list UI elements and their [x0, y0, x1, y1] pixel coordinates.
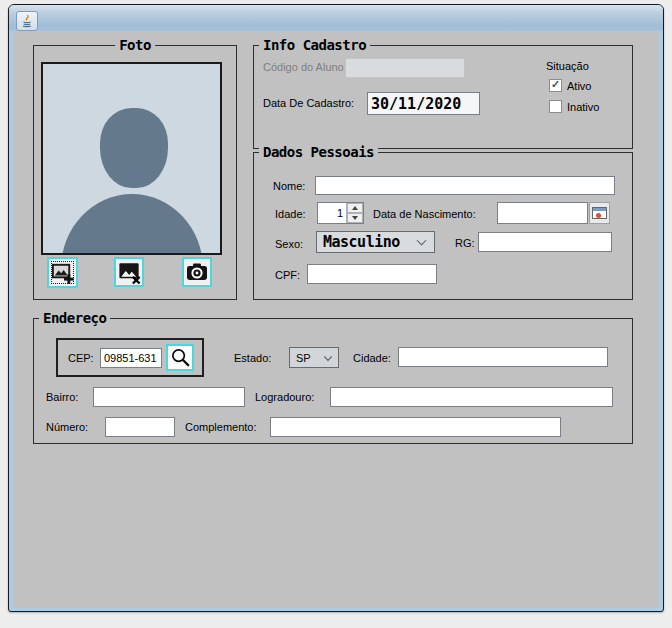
dados-pessoais-title: Dados Pessoais: [259, 144, 378, 160]
remove-photo-button[interactable]: [114, 257, 144, 287]
rg-field[interactable]: [478, 232, 612, 252]
search-icon: [169, 346, 192, 369]
add-photo-button[interactable]: [47, 257, 78, 288]
inativo-checkbox[interactable]: [549, 100, 562, 113]
cep-search-button[interactable]: [166, 344, 194, 371]
inativo-label[interactable]: Inativo: [567, 101, 599, 113]
sexo-selected-value: Masculino: [317, 233, 400, 251]
arrow-up-icon: [352, 206, 358, 210]
image-add-icon: [50, 260, 75, 285]
data-nascimento-label: Data de Nascimento:: [373, 208, 476, 220]
chevron-down-icon: [417, 236, 427, 246]
sexo-combobox[interactable]: Masculino: [316, 231, 435, 253]
cep-label: CEP:: [68, 352, 94, 364]
cep-panel: CEP:: [56, 338, 204, 377]
foto-group-title: Foto: [115, 37, 155, 53]
cidade-field[interactable]: [398, 347, 608, 367]
cpf-label: CPF:: [275, 269, 300, 281]
data-cadastro-label: Data De Cadastro:: [263, 97, 354, 109]
idade-label: Idade:: [275, 208, 306, 220]
image-remove-icon: [117, 260, 142, 285]
bairro-field[interactable]: [93, 387, 245, 407]
idade-value: 1: [318, 203, 346, 223]
camera-icon: [185, 260, 209, 284]
arrow-down-icon: [352, 216, 358, 220]
cpf-field[interactable]: [307, 264, 437, 284]
calendar-picker-button[interactable]: [589, 202, 610, 224]
photo-placeholder: [41, 62, 222, 255]
chevron-down-icon: [324, 352, 332, 360]
data-nascimento-field[interactable]: [497, 202, 588, 224]
rg-label: RG:: [455, 237, 475, 249]
ativo-checkbox[interactable]: ✓: [549, 79, 562, 92]
endereco-title: Endereço: [39, 310, 110, 326]
idade-spinner[interactable]: 1: [317, 202, 364, 224]
estado-selected-value: SP: [290, 352, 311, 364]
numero-label: Número:: [46, 421, 88, 433]
situacao-label: Situação: [546, 60, 589, 72]
cidade-label: Cidade:: [353, 352, 391, 364]
bairro-label: Bairro:: [46, 391, 78, 403]
app-root: Foto Info Cadastro Código do A: [0, 0, 672, 628]
nome-field[interactable]: [315, 176, 615, 195]
info-cadastro-title: Info Cadastro: [259, 37, 370, 53]
sexo-label: Sexo:: [275, 238, 303, 250]
numero-field[interactable]: [105, 417, 175, 437]
codigo-aluno-label: Código do Aluno:: [263, 61, 347, 73]
idade-spinner-buttons: [346, 203, 363, 223]
spinner-down-button[interactable]: [347, 213, 363, 223]
camera-button[interactable]: [182, 257, 212, 287]
data-cadastro-field[interactable]: 30/11/2020: [367, 92, 480, 115]
cep-field[interactable]: [100, 348, 162, 368]
silhouette-head: [100, 108, 168, 188]
spinner-up-button[interactable]: [347, 203, 363, 213]
silhouette-body: [61, 194, 203, 255]
estado-combobox[interactable]: SP: [289, 347, 339, 368]
complemento-label: Complemento:: [185, 421, 257, 433]
codigo-aluno-field: [345, 58, 465, 78]
window-titlebar[interactable]: [9, 5, 663, 31]
java-cup-icon: [20, 14, 34, 28]
window-menu-button[interactable]: [16, 11, 38, 31]
nome-label: Nome:: [273, 180, 305, 192]
logradouro-label: Logradouro:: [255, 391, 314, 403]
complemento-field[interactable]: [270, 417, 561, 437]
logradouro-field[interactable]: [330, 387, 613, 407]
check-icon: ✓: [551, 78, 560, 90]
ativo-label[interactable]: Ativo: [567, 80, 591, 92]
calendar-icon: [592, 207, 607, 219]
estado-label: Estado:: [234, 352, 271, 364]
